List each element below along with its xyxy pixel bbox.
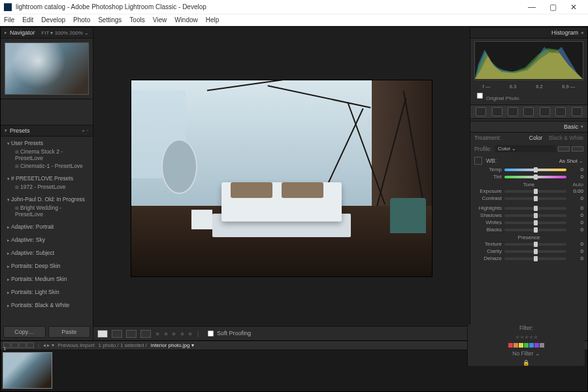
grad-tool-icon[interactable] xyxy=(540,107,550,116)
preset-item[interactable]: Cinema Stock 2 - PresetLove xyxy=(1,148,93,162)
auto-tone-button[interactable]: Auto xyxy=(573,182,583,188)
navigator-thumbnail[interactable] xyxy=(5,42,89,95)
survey-icon[interactable] xyxy=(19,342,26,348)
profile-browser-icon[interactable] xyxy=(572,146,583,152)
mask-tool-icon[interactable] xyxy=(523,107,534,116)
histogram-readout: 6.3 xyxy=(510,84,516,90)
presets-label: Presets xyxy=(10,127,30,134)
photo-filename[interactable]: interior photo.jpg ▾ xyxy=(151,342,194,348)
menu-develop[interactable]: Develop xyxy=(41,16,65,24)
view-compare-button[interactable] xyxy=(140,330,151,338)
copy-button[interactable]: Copy… xyxy=(3,326,46,338)
preset-group[interactable]: Portraits: Medium Skin xyxy=(1,274,93,284)
paste-button[interactable]: Paste xyxy=(48,326,91,338)
preset-group[interactable]: Adaptive: Sky xyxy=(1,235,93,244)
preset-item[interactable]: Cinematic-1 - PresetLove xyxy=(1,162,93,170)
compare-icon[interactable] xyxy=(27,342,34,348)
basic-header[interactable]: Basic▾ xyxy=(470,121,587,133)
slider-dehaze[interactable]: Dehaze0 xyxy=(474,255,583,262)
histogram[interactable] xyxy=(474,41,583,80)
preset-item[interactable]: Bright Wedding - PresetLove xyxy=(1,204,93,218)
filmstrip-thumbnail[interactable] xyxy=(3,352,52,389)
soft-proofing-toggle[interactable]: Soft Proofing xyxy=(206,329,251,338)
wb-select[interactable]: As Shot xyxy=(559,158,583,164)
slider-highlights[interactable]: Highlights0 xyxy=(474,204,583,212)
slider-shadows[interactable]: Shadows0 xyxy=(474,212,583,219)
radial-tool-icon[interactable] xyxy=(555,107,566,116)
menu-photo[interactable]: Photo xyxy=(73,16,90,24)
menu-tools[interactable]: Tools xyxy=(129,16,144,24)
presence-section-label: Presence xyxy=(518,235,540,240)
source-label[interactable]: Previous Import xyxy=(58,342,95,348)
navigator-label: Navigator xyxy=(10,29,35,36)
color-filter-dot[interactable] xyxy=(529,343,534,348)
grid-view-icon[interactable] xyxy=(11,342,18,348)
slider-blacks[interactable]: Blacks0 xyxy=(474,226,583,233)
menu-edit[interactable]: Edit xyxy=(22,16,33,24)
preset-group[interactable]: # PRESETLOVE Presets xyxy=(1,174,93,183)
histogram-readout: f — xyxy=(483,84,491,90)
view-loupe-button[interactable] xyxy=(97,330,108,338)
menu-settings[interactable]: Settings xyxy=(98,16,122,24)
filter-stars[interactable]: ★★★★★ xyxy=(515,334,538,340)
preset-item[interactable]: 1972 - PresetLove xyxy=(1,183,93,191)
redeye-tool-icon[interactable] xyxy=(508,107,518,116)
menu-window[interactable]: Window xyxy=(174,16,198,24)
preset-group[interactable]: Portraits: Black & White xyxy=(1,301,93,310)
wb-label: WB: xyxy=(486,157,497,164)
color-filter-dot[interactable] xyxy=(524,343,529,348)
slider-texture[interactable]: Texture0 xyxy=(474,240,583,248)
window-title: lightroom catalog - Adobe Photoshop Ligh… xyxy=(16,3,206,10)
color-filter-dot[interactable] xyxy=(534,343,539,348)
slider-clarity[interactable]: Clarity0 xyxy=(474,248,583,255)
menu-file[interactable]: File xyxy=(4,16,14,24)
navigator-header[interactable]: ▸ Navigator FIT ▾ 100% 200% ⌄ xyxy=(1,27,93,39)
profile-label: Profile: xyxy=(474,146,495,152)
photo-preview[interactable] xyxy=(131,80,432,276)
brush-tool-icon[interactable] xyxy=(572,107,582,116)
color-filter-dot[interactable] xyxy=(540,343,544,348)
treatment-bw[interactable]: Black & White xyxy=(549,135,583,141)
photo-count: 1 photo / 1 selected / xyxy=(99,342,147,348)
menu-view[interactable]: View xyxy=(153,16,167,24)
slider-contrast[interactable]: Contrast0 xyxy=(474,195,583,202)
canvas[interactable] xyxy=(93,27,470,326)
slider-temp[interactable]: Temp0 xyxy=(474,166,583,173)
tone-section-label: Tone xyxy=(523,182,534,188)
color-filter-dot[interactable] xyxy=(514,343,518,348)
preset-group[interactable]: Adaptive: Portrait xyxy=(1,222,93,231)
treatment-color[interactable]: Color xyxy=(529,135,542,141)
filter-label: Filter: xyxy=(519,325,533,331)
profile-select[interactable]: Color ⌄ xyxy=(495,145,556,152)
preset-group[interactable]: User Presets xyxy=(1,139,93,148)
app-icon xyxy=(4,3,12,11)
menu-help[interactable]: Help xyxy=(206,16,220,24)
color-filter-dot[interactable] xyxy=(519,343,523,348)
preset-group[interactable]: Adaptive: Subject xyxy=(1,248,93,257)
slider-tint[interactable]: Tint0 xyxy=(474,173,583,180)
preset-group[interactable]: Portraits: Light Skin xyxy=(1,287,93,297)
histogram-header[interactable]: Histogram◂ xyxy=(470,27,587,39)
menu-bar: FileEditDevelopPhotoSettingsToolsViewWin… xyxy=(0,14,588,26)
rating-stars[interactable]: ★ ★ ★ ★ ★ xyxy=(155,331,193,337)
histogram-readout: 6.2 xyxy=(536,84,542,90)
slider-whites[interactable]: Whites0 xyxy=(474,219,583,226)
heal-tool-icon[interactable] xyxy=(492,107,502,116)
view-split-button[interactable] xyxy=(126,330,137,338)
maximize-button[interactable]: ▢ xyxy=(542,3,563,12)
preset-group[interactable]: Portraits: Deep Skin xyxy=(1,261,93,270)
profile-grid-icon[interactable] xyxy=(558,146,570,152)
histogram-readout: 6.9 — xyxy=(562,84,575,90)
minimize-button[interactable]: — xyxy=(521,3,542,12)
treatment-label: Treatment: xyxy=(474,135,501,141)
crop-tool-icon[interactable] xyxy=(476,107,486,116)
view-before-after-button[interactable] xyxy=(112,330,122,338)
close-button[interactable]: ✕ xyxy=(563,3,584,12)
presets-header[interactable]: ▾ Presets + ･ xyxy=(1,125,93,137)
navigator-zoom[interactable]: FIT ▾ 100% 200% ⌄ xyxy=(41,30,89,36)
slider-exposure[interactable]: Exposure0.00 xyxy=(474,188,583,195)
original-photo-toggle[interactable]: Original Photo xyxy=(470,90,587,103)
eyedropper-icon[interactable] xyxy=(474,157,482,165)
color-filter-dot[interactable] xyxy=(508,343,513,348)
preset-group[interactable]: John-Paul D. Old: In Progress xyxy=(1,195,93,204)
